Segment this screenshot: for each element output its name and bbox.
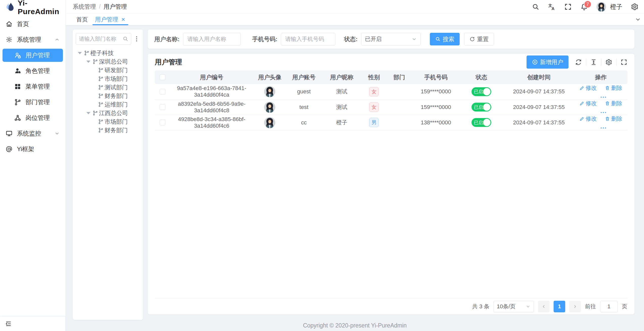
row-checkbox[interactable] [160,120,165,125]
tree-node[interactable]: 深圳总公司 [76,57,140,66]
goto-label: 前往 [585,303,596,310]
sidebar-item-departments[interactable]: 部门管理 [0,94,65,110]
sidebar-item-menus[interactable]: 菜单管理 [0,79,65,94]
close-icon[interactable] [121,17,126,22]
table-header-row: 用户编号 用户头像 用户账号 用户昵称 性别 部门 手机号码 状态 创建时间 操… [155,70,627,84]
user-avatar [264,117,275,128]
status-toggle[interactable]: 已启用 [472,103,491,112]
delete-button[interactable]: 删除 [605,100,622,107]
page-number-button[interactable]: 1 [554,301,565,312]
sidebar-item-yi-framework[interactable]: Yi框架 [0,141,65,157]
trash-icon [605,116,610,121]
prev-page-button[interactable] [538,301,550,312]
sidebar-item-monitor[interactable]: 系统监控 [0,126,65,141]
add-user-button[interactable]: 新增用户 [527,56,568,69]
goto-page-input[interactable] [600,301,618,312]
status-select[interactable]: 已开启 [361,33,421,45]
edit-button[interactable]: 修改 [579,100,597,107]
tree-node[interactable]: 财务部门 [76,126,140,134]
tree-node[interactable]: 江西总公司 [76,109,140,117]
sidebar-item-home[interactable]: 首页 [0,16,65,32]
caret-down-icon[interactable] [78,52,82,54]
tree-node[interactable]: 橙子科技 [76,49,140,57]
cell-nickname: 测试 [321,84,362,99]
settings-gear-icon[interactable] [631,3,638,11]
phone-filter-input[interactable] [285,36,331,42]
more-actions-button[interactable]: ... [600,107,607,114]
select-all-checkbox[interactable] [160,74,165,80]
dept-search-input[interactable] [79,36,121,42]
tree-node[interactable]: 测试部门 [76,83,140,92]
cell-user-id: 4928be8d-3c34-a385-86bf-3a14dd60f4c6 [170,115,253,130]
tree-node[interactable]: 运维部门 [76,100,140,109]
username-filter-input[interactable] [187,36,236,42]
cell-phone: 159****0000 [413,99,459,115]
more-actions-button[interactable]: ... [600,123,607,130]
status-toggle[interactable]: 已启用 [472,87,491,96]
trash-icon [605,101,610,106]
avatar[interactable] [597,2,606,12]
sidebar-item-positions[interactable]: 岗位管理 [0,110,65,126]
sidebar-item-label: 系统监控 [17,129,41,137]
tab-home[interactable]: 首页 [73,14,91,25]
search-icon [122,36,129,42]
fullscreen-icon[interactable] [564,3,572,11]
copyright: Copyright © 2020-present Yi-PureAdmin [66,322,644,329]
tree-node[interactable]: 市场部门 [76,117,140,126]
reset-button[interactable]: 重置 [464,33,494,45]
page-size-select[interactable]: 10条/页 [493,301,534,312]
sidebar-footer [0,316,65,331]
search-icon[interactable] [532,3,539,11]
caret-down-icon[interactable] [86,112,90,114]
row-density-icon[interactable] [590,59,597,66]
branch-icon [98,93,104,99]
tree-node[interactable]: 研发部门 [76,66,140,74]
divider [601,59,601,66]
username[interactable]: 橙子 [610,3,622,11]
sidebar-item-users[interactable]: 用户管理 [3,49,63,62]
edit-button[interactable]: 修改 [579,115,597,123]
table-row: 4928be8d-3c34-a385-86bf-3a14dd60f4c6 cc … [155,115,627,130]
edit-button[interactable]: 修改 [579,84,597,92]
notifications-bell-icon[interactable]: 7 [580,3,588,11]
next-page-button[interactable] [569,301,581,312]
refresh-icon[interactable] [575,59,582,66]
status-toggle[interactable]: 已启用 [472,118,491,127]
column-settings-gear-icon[interactable] [605,59,612,66]
at-icon [6,146,13,153]
sidebar-item-label: 用户管理 [26,51,50,59]
search-button[interactable]: 搜索 [430,33,460,45]
pencil-icon [579,116,584,121]
sidebar-item-system[interactable]: 系统管理 [0,32,65,47]
sidebar-menu: 首页 系统管理 用户管理 角色管理 [0,15,65,316]
branch-icon [14,99,21,106]
delete-button[interactable]: 删除 [605,115,622,123]
tab-user-management[interactable]: 用户管理 [91,14,129,25]
tree-node-label: 测试部门 [105,84,128,91]
search-icon [435,36,441,42]
delete-button[interactable]: 删除 [605,84,622,92]
more-actions-button[interactable]: ... [600,92,607,99]
branch-icon [98,119,104,124]
tree-node[interactable]: 市场部门 [76,74,140,83]
tree-node-label: 运维部门 [105,101,128,108]
caret-down-icon[interactable] [86,61,90,63]
role-icon [14,67,21,74]
logo[interactable]: Yi-PureAdmin [0,0,65,15]
cell-nickname: 测试 [321,99,362,115]
breadcrumb-item[interactable]: 系统管理 [73,3,96,11]
tree-node[interactable]: 财务部门 [76,92,140,100]
collapse-sidebar-icon[interactable] [5,320,12,327]
col-avatar: 用户头像 [253,70,286,84]
row-checkbox[interactable] [160,104,165,110]
table-fullscreen-icon[interactable] [621,59,627,66]
branch-icon [84,50,89,56]
cell-dept [386,99,412,115]
more-vertical-icon[interactable] [133,35,140,43]
tabbar-chevron-down-icon[interactable] [632,14,644,25]
translate-icon[interactable]: 文A [548,3,556,11]
row-checkbox[interactable] [160,89,165,95]
status-select-value: 已开启 [365,35,382,43]
sidebar-item-roles[interactable]: 角色管理 [0,63,65,79]
breadcrumb: 系统管理 / 用户管理 [73,3,127,11]
